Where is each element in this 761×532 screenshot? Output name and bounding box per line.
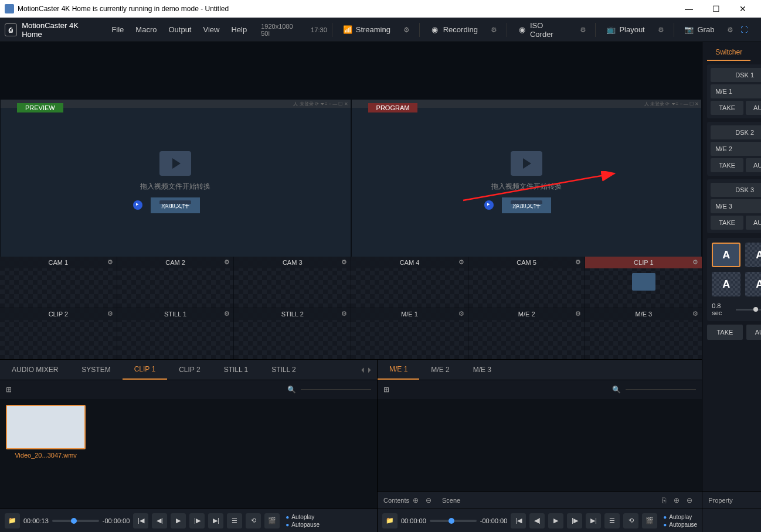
tab-clip2[interactable]: CLIP 2: [167, 360, 212, 380]
clapper-icon[interactable]: 🎬: [642, 513, 657, 528]
add-icon[interactable]: ⊕: [670, 494, 683, 507]
grab-button[interactable]: 📷Grab: [678, 23, 720, 37]
recording-button[interactable]: ◉Recording: [424, 23, 484, 37]
tab-me3[interactable]: M/E 3: [461, 360, 503, 380]
dsk2-button[interactable]: DSK 2: [711, 125, 761, 139]
autopause-label[interactable]: Autopause: [663, 521, 697, 528]
dsk1-me-select[interactable]: M/E 1▾: [711, 84, 761, 98]
autopause-label[interactable]: Autopause: [286, 521, 320, 528]
gear-icon[interactable]: ⚙: [575, 258, 581, 266]
trans-slider[interactable]: [736, 309, 761, 311]
seek-slider[interactable]: [52, 520, 99, 522]
folder-icon[interactable]: 📁: [382, 513, 398, 528]
dsk1-auto[interactable]: AUTO: [746, 101, 761, 115]
remove-icon[interactable]: ⊖: [422, 494, 435, 507]
prev-button[interactable]: |◀: [511, 513, 526, 528]
gear-icon[interactable]: ⚙: [575, 310, 581, 318]
menu-output[interactable]: Output: [164, 25, 196, 34]
source-still1[interactable]: STILL 1⚙: [117, 308, 234, 359]
tab-me2[interactable]: M/E 2: [419, 360, 461, 380]
tab-still1[interactable]: STILL 1: [212, 360, 260, 380]
dsk3-button[interactable]: DSK 3: [711, 183, 761, 197]
source-cam4[interactable]: CAM 4⚙: [351, 257, 468, 308]
gear-icon[interactable]: ⚙: [692, 310, 698, 318]
trans-a1[interactable]: A: [712, 243, 740, 267]
gear-icon[interactable]: ⚙: [341, 258, 347, 266]
menu-help[interactable]: Help: [226, 25, 252, 34]
source-clip1[interactable]: CLIP 1⚙: [585, 257, 702, 308]
tab-me1[interactable]: M/E 1: [378, 360, 419, 380]
clip-thumbnail[interactable]: Video_20...3047.wmv: [6, 405, 86, 503]
grid-view-icon[interactable]: ⊞: [6, 386, 12, 394]
rewind-button[interactable]: ◀|: [152, 513, 167, 528]
menu-view[interactable]: View: [198, 25, 224, 34]
rewind-button[interactable]: ◀|: [529, 513, 545, 528]
dsk3-take[interactable]: TAKE: [711, 216, 743, 230]
autoplay-label[interactable]: Autoplay: [663, 514, 697, 520]
dsk2-me-select[interactable]: M/E 2▾: [711, 142, 761, 156]
dsk2-auto[interactable]: AUTO: [746, 158, 761, 172]
grid-view-icon[interactable]: ⊞: [383, 386, 389, 394]
seek-slider[interactable]: [430, 520, 477, 522]
loop-icon[interactable]: ⟲: [246, 513, 261, 528]
source-me3[interactable]: M/E 3⚙: [585, 308, 702, 359]
forward-button[interactable]: |▶: [189, 513, 205, 528]
remove-icon[interactable]: ⊖: [683, 494, 696, 507]
recording-gear-icon[interactable]: ⚙: [486, 26, 502, 34]
switcher-tab[interactable]: Switcher: [707, 45, 750, 61]
gear-icon[interactable]: ⚙: [458, 258, 464, 266]
source-clip2[interactable]: CLIP 2⚙: [0, 308, 117, 359]
nav-icon[interactable]: ⏴⏵: [356, 366, 377, 374]
grab-gear-icon[interactable]: ⚙: [722, 26, 738, 34]
next-button[interactable]: ▶|: [586, 513, 601, 528]
tab-clip1[interactable]: CLIP 1: [123, 360, 167, 380]
copy-icon[interactable]: ⎘: [657, 494, 670, 507]
gear-icon[interactable]: ⚙: [692, 258, 698, 266]
iso-gear-icon[interactable]: ⚙: [575, 26, 591, 34]
fullscreen-icon[interactable]: ⛶: [740, 26, 756, 34]
minimize-button[interactable]: —: [675, 0, 702, 18]
menu-file[interactable]: File: [107, 25, 128, 34]
streaming-button[interactable]: 📶Streaming: [337, 23, 396, 37]
source-cam5[interactable]: CAM 5⚙: [468, 257, 585, 308]
final-auto1[interactable]: AUTO: [746, 325, 761, 340]
search-icon[interactable]: 🔍: [287, 386, 296, 394]
gear-icon[interactable]: ⚙: [107, 310, 113, 318]
forward-button[interactable]: |▶: [567, 513, 582, 528]
gear-icon[interactable]: ⚙: [341, 310, 347, 318]
tab-audiomixer[interactable]: AUDIO MIXER: [0, 360, 70, 380]
playout-gear-icon[interactable]: ⚙: [653, 26, 669, 34]
dsk2-take[interactable]: TAKE: [711, 158, 743, 172]
dsk3-auto[interactable]: AUTO: [746, 216, 761, 230]
tab-system[interactable]: SYSTEM: [70, 360, 122, 380]
dsk1-button[interactable]: DSK 1: [711, 68, 761, 82]
maximize-button[interactable]: ☐: [702, 0, 729, 18]
loop-icon[interactable]: ⟲: [623, 513, 638, 528]
source-cam3[interactable]: CAM 3⚙: [234, 257, 351, 308]
play-button[interactable]: ▶: [171, 513, 186, 528]
trans-a2[interactable]: A: [745, 243, 761, 267]
folder-icon[interactable]: 📁: [5, 513, 20, 528]
trans-a3[interactable]: A: [712, 272, 740, 296]
source-me1[interactable]: M/E 1⚙: [351, 308, 468, 359]
next-button[interactable]: ▶|: [208, 513, 223, 528]
add-icon[interactable]: ⊕: [409, 494, 422, 507]
clapper-icon[interactable]: 🎬: [264, 513, 280, 528]
dsk1-take[interactable]: TAKE: [711, 101, 743, 115]
playout-button[interactable]: 📺Playout: [600, 23, 650, 37]
tab-still2[interactable]: STILL 2: [260, 360, 308, 380]
gear-icon[interactable]: ⚙: [458, 310, 464, 318]
dsk3-me-select[interactable]: M/E 3▾: [711, 199, 761, 213]
iso-button[interactable]: ◉ISO Corder: [512, 19, 573, 41]
source-cam2[interactable]: CAM 2⚙: [117, 257, 234, 308]
final-take1[interactable]: TAKE: [707, 325, 743, 340]
gear-icon[interactable]: ⚙: [107, 258, 113, 266]
trans-a4[interactable]: A: [745, 272, 761, 296]
autoplay-label[interactable]: Autoplay: [286, 514, 320, 520]
list-icon[interactable]: ☰: [227, 513, 242, 528]
close-button[interactable]: ✕: [729, 0, 756, 18]
source-cam1[interactable]: CAM 1⚙: [0, 257, 117, 308]
source-still2[interactable]: STILL 2⚙: [234, 308, 351, 359]
gear-icon[interactable]: ⚙: [224, 258, 230, 266]
search-icon[interactable]: 🔍: [612, 386, 621, 394]
